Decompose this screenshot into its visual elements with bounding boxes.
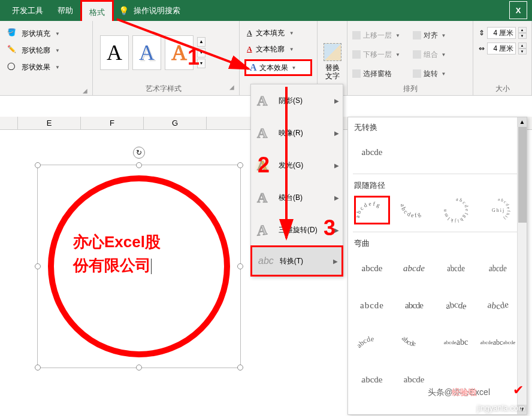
text-effects-button[interactable]: A 文本效果 ▼ bbox=[244, 59, 312, 76]
tab-help[interactable]: 帮助 bbox=[50, 0, 80, 21]
warp-1[interactable]: abcde bbox=[354, 254, 390, 283]
follow-path-arch-down[interactable]: a b c d e f g bbox=[396, 196, 432, 224]
menu-item-3d-rotation[interactable]: A 三维旋转(D) ▶ bbox=[251, 214, 343, 246]
rotate-handle-icon[interactable]: ↻ bbox=[133, 147, 145, 159]
menu-item-transform[interactable]: abc 转换(T) ▶ bbox=[250, 245, 343, 277]
resize-handle[interactable] bbox=[35, 263, 41, 269]
follow-path-circle[interactable]: a b c d e f g h i j k l m n bbox=[438, 196, 474, 224]
wordart-style-2[interactable]: A bbox=[132, 35, 161, 70]
warp-2[interactable]: abcde bbox=[396, 254, 432, 283]
shape-effects-label: 形状效果 bbox=[22, 62, 50, 72]
text-outline-label: 文本轮廓 bbox=[256, 44, 285, 54]
warp-11[interactable]: abcdeabc bbox=[438, 328, 474, 357]
shape-text-line1: 亦心Excel股 bbox=[73, 233, 161, 251]
section-warp: 弯曲 bbox=[348, 233, 527, 251]
warp-9[interactable]: abcde bbox=[354, 328, 390, 357]
menu-item-reflection[interactable]: A 映像(R) ▶ bbox=[251, 117, 343, 149]
shape-fill-button[interactable]: 🪣 形状填充 ▼ bbox=[5, 27, 87, 40]
width-input[interactable] bbox=[487, 42, 516, 54]
col-header-e[interactable]: E bbox=[18, 117, 81, 129]
resize-handle[interactable] bbox=[136, 365, 142, 371]
menu-label: 转换(T) bbox=[280, 256, 303, 266]
transform-preview-icon: abc bbox=[258, 256, 274, 266]
wordart-gallery-nav: ▲ ▼ ▾ bbox=[197, 37, 205, 68]
submenu-arrow-icon: ▶ bbox=[333, 258, 338, 265]
gallery-up-icon[interactable]: ▲ bbox=[197, 37, 205, 47]
scroll-up-icon[interactable]: ▲ bbox=[518, 117, 527, 127]
warp-12[interactable]: abcdeabcabcde bbox=[480, 328, 516, 357]
text-outline-button[interactable]: A 文本轮廓 ▼ bbox=[244, 43, 312, 56]
text-fill-button[interactable]: A 文本填充 ▼ bbox=[244, 27, 312, 40]
alt-text-line2: 文字 bbox=[325, 72, 340, 80]
selection-pane-button[interactable]: 选择窗格 bbox=[352, 65, 408, 82]
warp-13[interactable]: abcde bbox=[352, 368, 392, 395]
height-input[interactable] bbox=[487, 27, 516, 39]
menu-label: 阴影(S) bbox=[279, 96, 303, 106]
resize-handle[interactable] bbox=[237, 365, 243, 371]
warp-7[interactable]: abcde bbox=[438, 291, 474, 320]
group-button[interactable]: 组合▼ bbox=[413, 46, 468, 63]
svg-text:a b c d e f g h i j k l m n: a b c d e f g h i j k l m n bbox=[442, 197, 470, 223]
alt-text-icon[interactable] bbox=[324, 43, 341, 61]
menu-item-bevel[interactable]: A 棱台(B) ▶ bbox=[251, 181, 343, 214]
title-bar-tabs: 开发工具 帮助 格式 💡 操作说明搜索 X bbox=[0, 0, 532, 21]
height-down[interactable]: ▼ bbox=[518, 33, 527, 39]
text-effects-icon: A bbox=[250, 62, 257, 73]
submenu-arrow-icon: ▶ bbox=[334, 195, 339, 201]
resize-handle[interactable] bbox=[237, 263, 243, 269]
wordart-style-3[interactable]: A bbox=[165, 35, 194, 70]
shape-text-content[interactable]: 亦心Excel股 份有限公司 bbox=[73, 230, 205, 277]
tell-me-search[interactable]: 操作说明搜索 bbox=[134, 5, 180, 16]
attribution-text: 头条@亦心Excel 经验啦 bbox=[428, 387, 490, 398]
wordart-style-1[interactable]: A bbox=[100, 35, 129, 70]
warp-6[interactable]: abcde bbox=[396, 291, 432, 320]
width-up[interactable]: ▲ bbox=[518, 42, 527, 48]
dialog-launcher-icon[interactable]: ◢ bbox=[229, 84, 234, 90]
shadow-preview-icon: A bbox=[257, 93, 273, 108]
svg-text:abcde: abcde bbox=[357, 335, 374, 350]
excel-app-icon: X bbox=[509, 1, 527, 19]
width-icon: ⇔ bbox=[479, 44, 485, 53]
col-gutter bbox=[0, 117, 18, 129]
warp-10[interactable]: abcde bbox=[396, 328, 432, 357]
shape-effects-button[interactable]: ◯ 形状效果 ▼ bbox=[5, 60, 87, 74]
chevron-down-icon: ▼ bbox=[55, 65, 60, 70]
group-arrange: 上移一层▼ 对齐▼ 下移一层▼ 组合▼ 选择窗格 旋转▼ 排列 bbox=[347, 21, 473, 95]
warp-3[interactable]: abcde bbox=[439, 254, 472, 283]
tab-dev-tools[interactable]: 开发工具 bbox=[5, 0, 50, 21]
menu-item-glow[interactable]: A 发光(G) ▶ bbox=[251, 149, 343, 181]
bring-forward-button[interactable]: 上移一层▼ bbox=[352, 27, 408, 44]
send-backward-button[interactable]: 下移一层▼ bbox=[352, 46, 408, 63]
gallery-more-icon[interactable]: ▾ bbox=[197, 59, 205, 68]
tab-format[interactable]: 格式 bbox=[80, 0, 114, 21]
warp-4[interactable]: abcde bbox=[481, 254, 514, 283]
resize-handle[interactable] bbox=[136, 162, 142, 168]
menu-item-shadow[interactable]: A 阴影(S) ▶ bbox=[251, 84, 343, 117]
follow-path-arch-up[interactable]: a b c d e f g bbox=[354, 196, 390, 224]
dialog-launcher-icon[interactable]: ◢ bbox=[83, 87, 87, 94]
align-button[interactable]: 对齐▼ bbox=[413, 27, 468, 44]
gallery-down-icon[interactable]: ▼ bbox=[197, 48, 205, 57]
scrollbar[interactable]: ▲ ▼ bbox=[517, 117, 527, 414]
pencil-icon: ✏️ bbox=[7, 45, 18, 56]
resize-handle[interactable] bbox=[35, 162, 41, 168]
resize-handle[interactable] bbox=[237, 162, 243, 168]
transform-none[interactable]: abcde bbox=[354, 138, 390, 166]
chevron-down-icon: ▼ bbox=[292, 65, 297, 71]
selected-shape[interactable]: ↻ 亦心Excel股 份有限公司 bbox=[37, 165, 241, 368]
rotate-button[interactable]: 旋转▼ bbox=[413, 65, 468, 82]
shape-outline-button[interactable]: ✏️ 形状轮廓 ▼ bbox=[5, 44, 87, 57]
warp-5[interactable]: abcde bbox=[354, 291, 390, 320]
height-up[interactable]: ▲ bbox=[518, 27, 527, 33]
follow-path-button[interactable]: a b c d e f h i jG h i j bbox=[480, 196, 516, 224]
scroll-thumb[interactable] bbox=[518, 127, 527, 223]
alt-text-button[interactable]: 替换 文字 bbox=[325, 63, 340, 81]
col-header-g[interactable]: G bbox=[144, 117, 207, 129]
col-header-f[interactable]: F bbox=[81, 117, 144, 129]
width-down[interactable]: ▼ bbox=[518, 48, 527, 54]
resize-handle[interactable] bbox=[35, 365, 41, 371]
submenu-arrow-icon: ▶ bbox=[334, 227, 339, 233]
warp-8[interactable]: abcde bbox=[480, 291, 516, 320]
group-label-size: 大小 bbox=[478, 82, 527, 94]
text-fill-label: 文本填充 bbox=[256, 28, 285, 38]
